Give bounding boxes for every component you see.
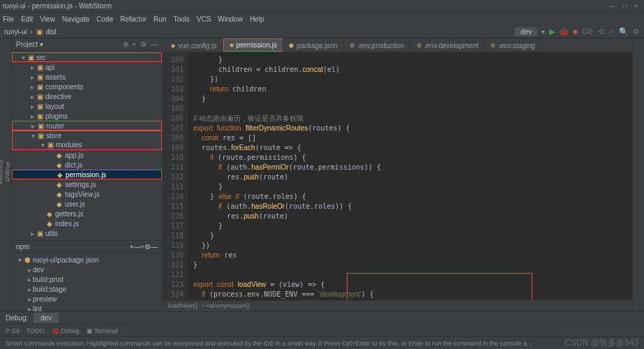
breadcrumb[interactable]: ruoyi-ui › ▣ dist	[4, 28, 58, 36]
npm-buildstage[interactable]: ▸build:stage	[12, 284, 162, 294]
tree-index[interactable]: ◆index.js	[12, 218, 162, 228]
status-message: Smart commands execution: Highlighted co…	[6, 340, 536, 347]
side-tab-structure[interactable]: Structure	[0, 43, 4, 302]
tree-dict[interactable]: ◆dict.js	[12, 160, 162, 170]
chevron-icon: ›	[31, 28, 33, 36]
line-gutter: 100 101 102 103 104 105 106 107 108 109 …	[163, 52, 188, 300]
tree-src[interactable]: ▾▣src	[12, 52, 162, 62]
menu-refactor[interactable]: Refactor	[120, 15, 147, 23]
menu-vcs[interactable]: VCS	[197, 15, 211, 23]
run-config-selector[interactable]: dev	[515, 27, 537, 36]
tool-todo[interactable]: TODO	[27, 327, 45, 334]
git-commit-icon[interactable]: ✓	[608, 27, 615, 36]
window-title: ruoyi-ui - permission.js - WebStorm	[3, 2, 112, 10]
menu-navigate[interactable]: Navigate	[62, 15, 89, 23]
menu-file[interactable]: File	[3, 15, 14, 23]
npm-buildprod[interactable]: ▸build:prod	[12, 274, 162, 284]
hide-icon[interactable]: —	[151, 40, 158, 48]
maximize-icon[interactable]: □	[620, 2, 629, 10]
menu-run[interactable]: Run	[153, 15, 166, 23]
tree-layout[interactable]: ▸▣layout	[12, 101, 162, 111]
tree-assets[interactable]: ▸▣assets	[12, 72, 162, 82]
expand-icon[interactable]: ÷	[133, 40, 137, 48]
tree-plugins[interactable]: ▸▣plugins	[12, 111, 162, 121]
tree-directive[interactable]: ▸▣directive	[12, 91, 162, 101]
tab-vueconfig[interactable]: ◆vue.config.js	[165, 40, 223, 52]
menu-bar: File Edit View Navigate Code Refactor Ru…	[0, 13, 644, 25]
menu-view[interactable]: View	[40, 15, 55, 23]
bottom-toolbar: P Git TODO 🐞 Debug ▣ Terminal	[0, 324, 644, 336]
breadcrumb-project[interactable]: ruoyi-ui	[4, 28, 27, 36]
window-controls: — □ ×	[608, 2, 641, 10]
breadcrumb-folder[interactable]: dist	[45, 28, 57, 36]
npm-preview[interactable]: ▸preview	[12, 294, 162, 304]
tree-permission[interactable]: ◆permission.js	[12, 170, 162, 179]
right-gutter	[632, 38, 644, 311]
tree-modules[interactable]: ▾▣modules	[12, 140, 162, 150]
project-title: Project ▾	[16, 40, 43, 48]
tree-settings[interactable]: ◆settings.js	[12, 179, 162, 189]
project-tree[interactable]: ▾▣src ▸▣api ▸▣assets ▸▣components ▸▣dire…	[12, 51, 162, 240]
git-update-icon[interactable]: ⟲	[598, 27, 604, 36]
tree-components[interactable]: ▸▣components	[12, 82, 162, 91]
code-content[interactable]: } children = children.concat(el) }) retu…	[188, 52, 632, 300]
crumb-anon[interactable]: <anonymous>()	[206, 302, 250, 309]
debug-tab-dev[interactable]: dev	[33, 313, 59, 323]
tree-app[interactable]: ◆app.js	[12, 150, 162, 160]
npm-minus-icon[interactable]: —	[134, 243, 141, 251]
target-icon[interactable]: ⊕	[123, 40, 128, 48]
nav-bar: ruoyi-ui › ▣ dist dev ▾ ▶ 🐞 ■ Git: ⟲ ✓ 🔍…	[0, 25, 644, 38]
tree-tagsview[interactable]: ◆tagsView.js	[12, 189, 162, 199]
tab-envstage[interactable]: ⚙.env.staging	[485, 40, 541, 52]
debug-icon[interactable]: 🐞	[559, 27, 569, 36]
menu-window[interactable]: Window	[218, 15, 243, 23]
npm-package[interactable]: ▾⬢ruoyi-ui\package.json	[12, 255, 162, 265]
run-icon[interactable]: ▶	[549, 27, 555, 36]
menu-tools[interactable]: Tools	[173, 15, 189, 23]
menu-help[interactable]: Help	[250, 15, 264, 23]
minimize-icon[interactable]: —	[608, 2, 617, 10]
tree-store[interactable]: ▾▣store	[12, 131, 162, 140]
git-label: Git:	[582, 27, 594, 36]
tool-git[interactable]: P Git	[6, 327, 20, 334]
tree-user[interactable]: ◆user.js	[12, 199, 162, 209]
code-breadcrumb[interactable]: loadView()› <anonymous>()	[163, 300, 632, 311]
tool-debug[interactable]: 🐞 Debug	[52, 327, 80, 334]
status-bar: Smart commands execution: Highlighted co…	[0, 336, 644, 349]
tree-getters[interactable]: ◆getters.js	[12, 209, 162, 218]
npm-gear-icon[interactable]: ⚙	[144, 243, 151, 251]
search-icon[interactable]: 🔍	[619, 27, 629, 36]
tool-terminal[interactable]: ▣ Terminal	[87, 327, 118, 334]
settings-icon[interactable]: ⚙	[633, 27, 640, 36]
watermark: CSDN @张多多543	[564, 337, 638, 349]
tree-router[interactable]: ▸▣router	[12, 121, 162, 131]
side-tab-project[interactable]: Project	[4, 43, 11, 302]
chevron-down-icon[interactable]: ▾	[541, 28, 545, 36]
tree-utils[interactable]: ▸▣utils	[12, 228, 162, 238]
folder-icon: ▣	[36, 28, 43, 36]
left-gutter: Project Structure	[0, 38, 12, 311]
close-icon[interactable]: ×	[631, 2, 641, 10]
crumb-loadview[interactable]: loadView()	[168, 302, 197, 309]
tab-package[interactable]: ⬢package.json	[283, 40, 344, 52]
debug-bar: Debug: dev	[0, 311, 644, 324]
npm-hide-icon[interactable]: —	[151, 243, 158, 251]
project-panel: Project ▾ ⊕÷⚙— ▾▣src ▸▣api ▸▣assets ▸▣co…	[12, 38, 163, 311]
code-editor[interactable]: 100 101 102 103 104 105 106 107 108 109 …	[163, 52, 632, 300]
editor-area: ◆vue.config.js ◆permission.js ⬢package.j…	[163, 38, 632, 311]
editor-tabs: ◆vue.config.js ◆permission.js ⬢package.j…	[163, 38, 632, 52]
npm-panel: npm +—÷⚙— ▾⬢ruoyi-ui\package.json ▸dev ▸…	[12, 240, 162, 311]
stop-icon[interactable]: ■	[573, 27, 578, 36]
debug-label: Debug:	[6, 314, 28, 322]
gear-icon[interactable]: ⚙	[140, 40, 147, 48]
tab-envdev[interactable]: ⚙.env.development	[411, 40, 485, 52]
menu-code[interactable]: Code	[96, 15, 113, 23]
tab-permission[interactable]: ◆permission.js	[223, 38, 283, 52]
tree-api[interactable]: ▸▣api	[12, 62, 162, 72]
title-bar: ruoyi-ui - permission.js - WebStorm — □ …	[0, 0, 644, 13]
npm-dev[interactable]: ▸dev	[12, 265, 162, 274]
tab-envprod[interactable]: ⚙.env.production	[344, 40, 411, 52]
menu-edit[interactable]: Edit	[21, 15, 33, 23]
npm-title: npm	[16, 243, 29, 251]
